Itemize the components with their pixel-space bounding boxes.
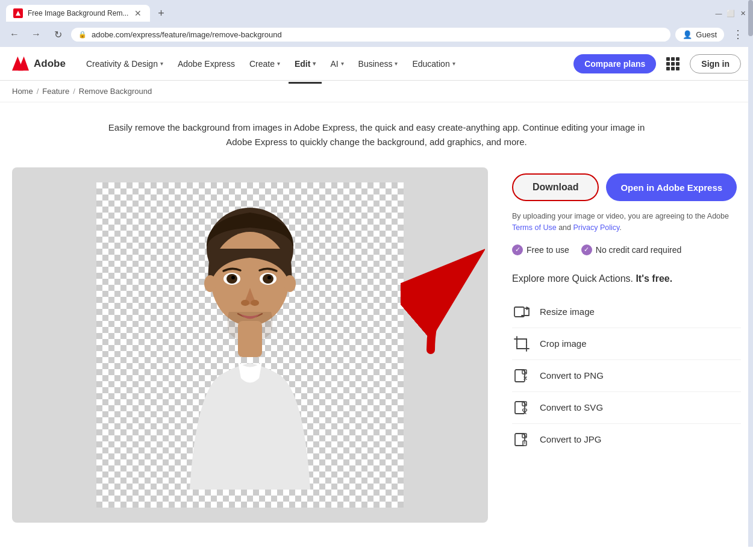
profile-label: Guest [696, 30, 717, 39]
scrollbar-thumb[interactable] [748, 0, 753, 36]
svg-point-12 [211, 232, 289, 326]
browser-chrome: Free Image Background Rem... ✕ + — ⬜ ✕ ←… [0, 0, 753, 47]
scrollbar[interactable] [748, 0, 753, 547]
breadcrumb-home[interactable]: Home [12, 87, 33, 96]
agreement-and: and [558, 223, 571, 232]
svg-rect-23 [238, 321, 262, 357]
nav-express-label: Adobe Express [178, 59, 235, 69]
close-window-button[interactable]: ✕ [739, 9, 747, 17]
checkmark-icon-1: ✓ [512, 244, 523, 255]
address-bar[interactable]: 🔒 adobe.com/express/feature/image/remove… [71, 28, 670, 42]
quick-actions-title-start: Explore more Quick Actions. [512, 273, 636, 284]
terms-of-use-link[interactable]: Terms of Use [512, 223, 557, 232]
convert-png-label: Convert to PNG [540, 370, 604, 381]
adobe-logo-icon [12, 55, 29, 72]
convert-svg-icon [512, 398, 531, 417]
browser-topbar: Free Image Background Rem... ✕ + — ⬜ ✕ [0, 0, 753, 22]
nav-item-creativity[interactable]: Creativity & Design ▾ [80, 54, 169, 73]
breadcrumb: Home / Feature / Remove Background [0, 81, 753, 102]
browser-menu-button[interactable]: ⋮ [729, 25, 747, 43]
nav-ai-label: AI [330, 59, 338, 69]
profile-icon: 👤 [683, 30, 692, 39]
svg-rect-2 [666, 57, 670, 61]
agreement-prefix: By uploading your image or video, you ar… [512, 212, 729, 220]
convert-svg-label: Convert to SVG [540, 402, 603, 412]
chevron-down-icon-4: ▾ [341, 60, 344, 67]
svg-rect-8 [666, 67, 670, 70]
nav-item-business[interactable]: Business ▾ [352, 54, 404, 73]
content-area: Download Open in Adobe Express By upload… [12, 167, 741, 523]
quick-action-svg[interactable]: Convert to SVG [512, 392, 741, 424]
download-button[interactable]: Download [512, 173, 599, 201]
svg-rect-29 [515, 402, 525, 414]
chevron-down-icon-2: ▾ [277, 60, 280, 67]
quick-action-jpg[interactable]: Convert to JPG [512, 424, 741, 455]
free-to-use-label: Free to use [526, 245, 569, 255]
svg-rect-3 [671, 57, 675, 61]
crop-label: Crop image [540, 338, 587, 349]
convert-jpg-icon [512, 430, 531, 449]
hero-description: Easily remove the background from images… [105, 120, 648, 149]
nav-item-ai[interactable]: AI ▾ [324, 54, 349, 73]
breadcrumb-sep-1: / [37, 87, 39, 96]
tab-favicon [13, 8, 23, 18]
back-button[interactable]: ← [6, 26, 23, 43]
privacy-policy-link[interactable]: Privacy Policy [573, 223, 619, 232]
tab-close-button[interactable]: ✕ [133, 8, 143, 18]
red-arrow [401, 247, 485, 356]
person-illustration [160, 201, 340, 490]
nav-items: Creativity & Design ▾ Adobe Express Crea… [80, 54, 573, 73]
svg-point-21 [241, 300, 249, 306]
convert-png-icon [512, 366, 531, 385]
url-text: adobe.com/express/feature/image/remove-b… [92, 30, 663, 39]
minimize-button[interactable]: — [714, 9, 723, 17]
quick-actions-title-bold: It's free. [636, 273, 672, 284]
nav-item-education[interactable]: Education ▾ [406, 54, 461, 73]
apps-grid-icon[interactable] [663, 54, 683, 73]
active-tab[interactable]: Free Image Background Rem... ✕ [6, 5, 150, 22]
reload-button[interactable]: ↻ [49, 26, 66, 43]
lock-icon: 🔒 [78, 31, 87, 39]
checkerboard-bg [96, 182, 404, 508]
maximize-button[interactable]: ⬜ [726, 9, 735, 17]
svg-point-14 [284, 275, 296, 292]
svg-rect-26 [517, 339, 526, 349]
open-in-express-button[interactable]: Open in Adobe Express [606, 173, 737, 201]
nav-item-edit[interactable]: Edit ▾ [289, 54, 322, 73]
adobe-logo[interactable]: Adobe [12, 55, 66, 72]
nav-edit-label: Edit [295, 59, 310, 69]
forward-button[interactable]: → [28, 26, 45, 43]
svg-rect-7 [676, 62, 680, 66]
profile-button[interactable]: 👤 Guest [675, 28, 724, 42]
sign-in-button[interactable]: Sign in [690, 54, 741, 73]
nav-item-express[interactable]: Adobe Express [172, 54, 241, 73]
svg-rect-4 [676, 57, 680, 61]
window-controls: — ⬜ ✕ [714, 9, 747, 17]
nav-right: Compare plans Sign in [573, 54, 741, 73]
free-to-use-badge: ✓ Free to use [512, 244, 569, 255]
nav-item-create[interactable]: Create ▾ [243, 54, 286, 73]
convert-jpg-label: Convert to JPG [540, 434, 602, 444]
nav-create-label: Create [249, 59, 275, 69]
chevron-down-icon-5: ▾ [395, 60, 398, 67]
no-credit-card-label: No credit card required [596, 245, 681, 255]
quick-action-png[interactable]: Convert to PNG [512, 360, 741, 392]
resize-icon [512, 302, 531, 322]
new-tab-button[interactable]: + [152, 5, 169, 22]
svg-rect-9 [671, 67, 675, 70]
quick-action-crop[interactable]: Crop image [512, 328, 741, 360]
adobe-logo-text: Adobe [34, 58, 66, 70]
right-panel: Download Open in Adobe Express By upload… [512, 167, 741, 455]
breadcrumb-feature[interactable]: Feature [42, 87, 69, 96]
chevron-down-icon: ▾ [160, 60, 163, 67]
compare-plans-button[interactable]: Compare plans [573, 54, 656, 73]
action-buttons: Download Open in Adobe Express [512, 173, 741, 201]
svg-rect-27 [515, 370, 525, 382]
chevron-down-icon-6: ▾ [452, 60, 455, 67]
free-badges: ✓ Free to use ✓ No credit card required [512, 244, 741, 255]
breadcrumb-sep-2: / [73, 87, 75, 96]
quick-action-resize[interactable]: Resize image [512, 296, 741, 328]
nav-education-label: Education [412, 59, 449, 69]
main-content: Easily remove the background from images… [0, 102, 753, 547]
site-content: Adobe Creativity & Design ▾ Adobe Expres… [0, 47, 753, 547]
